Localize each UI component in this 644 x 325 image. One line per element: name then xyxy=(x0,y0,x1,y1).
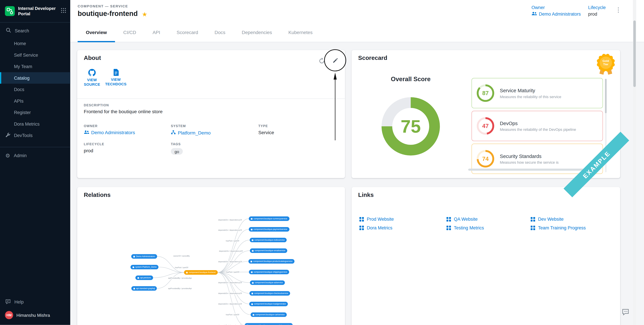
tab-docs[interactable]: Docs xyxy=(206,23,234,42)
score-row-devops[interactable]: 47DevOpsMeasures the reliability of the … xyxy=(472,111,603,141)
score-description: Measures how secure the service is xyxy=(500,160,558,164)
search-label: Search xyxy=(15,28,29,33)
tab-label: Scorecard xyxy=(176,30,198,34)
scrollbar-thumb[interactable] xyxy=(605,79,607,113)
graph-node-ad[interactable]: component:boutique-adservice xyxy=(250,280,285,285)
entity-icon xyxy=(252,250,254,252)
link-testing-metrics[interactable]: Testing Metrics xyxy=(446,225,531,230)
user-name: Himanshu Mishra xyxy=(16,313,50,318)
score-description: Measures the reliability of the DevOps p… xyxy=(500,127,576,131)
graph-node-redis[interactable]: component:boutique-redisservice xyxy=(250,238,287,242)
view-source-link[interactable]: VIEW SOURCE xyxy=(80,69,104,87)
graph-node-center[interactable]: component:boutique-frontend xyxy=(184,270,218,275)
owner-label[interactable]: Owner xyxy=(532,5,581,10)
entity-header: COMPONENT — SERVICE boutique-frontend ★ … xyxy=(70,0,644,42)
link-dora-metrics[interactable]: Dora Metrics xyxy=(360,225,446,230)
admin-label: Admin xyxy=(14,153,26,158)
graph-node-currency[interactable]: component:boutique-currencyservice xyxy=(249,216,289,221)
graph-node-email[interactable]: component:boutique-emailservice xyxy=(250,248,287,253)
sidebar-item-label: Home xyxy=(14,41,26,46)
sidebar-search[interactable]: Search xyxy=(0,23,70,35)
sidebar-item-catalog[interactable]: Catalog xyxy=(0,72,70,84)
owner-field-label: OWNER xyxy=(84,124,135,128)
edit-pencil-icon[interactable] xyxy=(331,56,339,64)
sidebar-header: Internal Developer Portal xyxy=(0,0,70,22)
graph-node-cart[interactable]: component:boutique-cartservice xyxy=(251,313,286,317)
tags-field: TAGS go xyxy=(171,142,183,155)
sidebar-item-docs[interactable]: Docs xyxy=(0,84,70,95)
owner-value[interactable]: Demo Administrators xyxy=(532,11,581,16)
tab-label: Docs xyxy=(214,30,225,34)
apps-grid-icon[interactable] xyxy=(61,7,66,15)
graph-node-system[interactable]: system:Platform_Demo xyxy=(130,265,159,269)
graph-node-api2[interactable]: api:standard-graphql xyxy=(131,286,157,291)
overall-score-label: Overall Score xyxy=(370,75,452,82)
owner-field-value[interactable]: Demo Administrators xyxy=(84,130,135,135)
entity-icon xyxy=(252,293,253,294)
link-dev-website[interactable]: Dev Website xyxy=(531,217,586,222)
graph-node-label: component:boutique-shippingservice xyxy=(254,271,287,273)
sidebar-item-dora-metrics[interactable]: Dora Metrics xyxy=(0,118,70,130)
link-label: Dev Website xyxy=(538,217,564,222)
sidebar-item-register[interactable]: Register xyxy=(0,107,70,118)
sidebar-item-help[interactable]: Help xyxy=(0,296,70,308)
sidebar-item-self-service[interactable]: Self Service xyxy=(0,49,70,61)
tab-overview[interactable]: Overview xyxy=(78,23,115,42)
refresh-icon[interactable] xyxy=(318,57,326,65)
scrollbar-thumb[interactable] xyxy=(633,20,636,87)
graph-node-owner[interactable]: Demo Administrators xyxy=(131,254,157,259)
sidebar-item-label: Catalog xyxy=(14,76,30,80)
score-name: Security Standards xyxy=(500,153,558,159)
link-team-training-progress[interactable]: Team Training Progress xyxy=(531,225,586,230)
support-chat-icon[interactable] xyxy=(621,308,630,317)
graph-node-label: component:boutique-recommendationservice xyxy=(250,324,290,325)
app-title: Internal Developer Portal xyxy=(18,6,58,16)
graph-node-payment[interactable]: component:boutique-paymentservice xyxy=(249,227,289,232)
tab-kubernetes[interactable]: Kubernetes xyxy=(280,23,321,42)
tab-bar: OverviewCI/CDAPIScorecardDocsDependencie… xyxy=(72,23,644,42)
system-field-value[interactable]: Platform_Demo xyxy=(171,130,211,135)
links-card-title: Links xyxy=(358,192,374,198)
grid-icon xyxy=(360,217,364,221)
sidebar-item-apis[interactable]: APIs xyxy=(0,95,70,107)
link-prod-website[interactable]: Prod Website xyxy=(360,217,446,222)
score-row-service-maturity[interactable]: 87Service MaturityMeasures the reliabili… xyxy=(472,78,603,108)
page-scrollbar[interactable] xyxy=(633,0,636,325)
sidebar-item-my-team[interactable]: My Team xyxy=(0,61,70,72)
sidebar-item-admin[interactable]: ⚙ Admin xyxy=(0,150,70,161)
links-card: Links Prod WebsiteQA WebsiteDev WebsiteD… xyxy=(352,187,620,325)
link-label: Dora Metrics xyxy=(367,225,392,230)
score-name: DevOps xyxy=(500,120,576,126)
tab-scorecard[interactable]: Scorecard xyxy=(168,23,206,42)
graph-node-productcatalog[interactable]: component:boutique-productcatalogservice xyxy=(248,259,294,264)
about-card-title: About xyxy=(84,54,101,61)
score-name: Service Maturity xyxy=(500,87,561,93)
kebab-menu-icon[interactable]: ⋮ xyxy=(615,6,622,13)
sidebar-item-label: APIs xyxy=(14,99,24,103)
gauge-svg: 74 xyxy=(476,149,495,168)
graph-node-loadgen[interactable]: component:boutique-loadgenerator xyxy=(249,302,288,306)
graph-node-shipping[interactable]: component:boutique-shippingservice xyxy=(249,270,289,274)
sidebar-item-devtools[interactable]: DevTools xyxy=(0,130,70,141)
devtools-label: DevTools xyxy=(14,133,32,138)
graph-node-label: api:petstore xyxy=(140,277,151,279)
tag-chip[interactable]: go xyxy=(171,148,183,155)
view-techdocs-link[interactable]: VIEW TECHDOCS xyxy=(104,69,127,87)
tab-api[interactable]: API xyxy=(144,23,168,42)
graph-node-recommendation[interactable]: component:boutique-recommendationservice xyxy=(244,323,292,325)
tab-dependencies[interactable]: Dependencies xyxy=(234,23,280,42)
lifecycle-label[interactable]: Lifecycle xyxy=(588,5,606,10)
view-source-label: VIEW SOURCE xyxy=(80,78,104,87)
user-menu[interactable]: HM Himanshu Mishra xyxy=(0,308,70,323)
tab-ci-cd[interactable]: CI/CD xyxy=(115,23,144,42)
score-list-horizontal-scrollbar[interactable] xyxy=(468,169,589,171)
sidebar-item-home[interactable]: Home xyxy=(0,38,70,49)
link-qa-website[interactable]: QA Website xyxy=(446,217,531,222)
grid-icon xyxy=(531,217,535,221)
graph-node-api1[interactable]: api:petstore xyxy=(136,276,153,280)
sidebar: Internal Developer Portal Search HomeSel… xyxy=(0,0,70,325)
system-field-label: SYSTEM xyxy=(171,124,211,128)
graph-node-checkout[interactable]: component:boutique-checkoutservice xyxy=(250,291,290,296)
score-gauge: 47 xyxy=(476,117,495,135)
favorite-star-icon[interactable]: ★ xyxy=(142,11,148,17)
